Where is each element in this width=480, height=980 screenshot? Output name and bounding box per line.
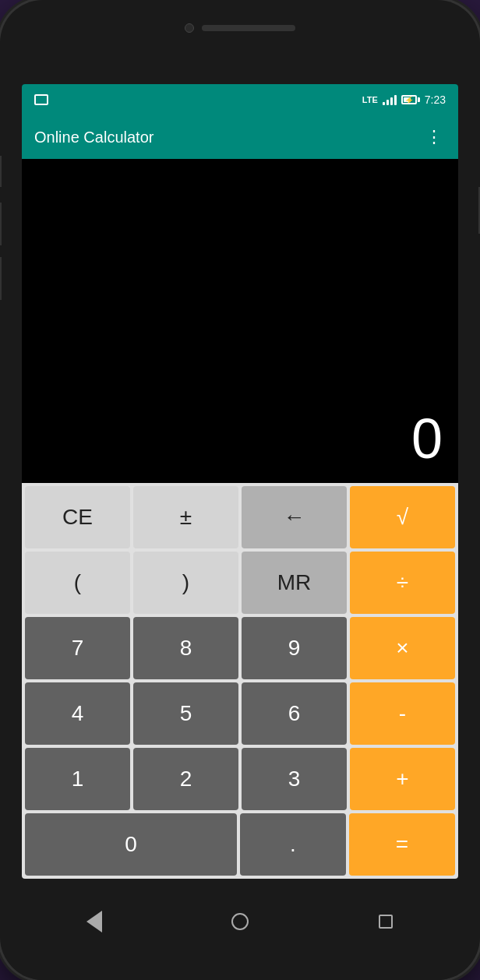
button-row-1: CE ± ← √ — [25, 486, 455, 548]
divide-button[interactable]: ÷ — [350, 552, 455, 614]
button-row-2: ( ) MR ÷ — [25, 552, 455, 614]
display-area: 0 — [22, 159, 458, 483]
subtract-button[interactable]: - — [350, 682, 455, 745]
add-button[interactable]: + — [350, 748, 455, 810]
clock: 7:23 — [425, 93, 446, 106]
multiply-button[interactable]: × — [350, 617, 455, 679]
two-button[interactable]: 2 — [133, 748, 238, 810]
button-row-5: 1 2 3 + — [25, 748, 455, 810]
seven-button[interactable]: 7 — [25, 617, 130, 679]
menu-button[interactable]: ⋮ — [422, 124, 446, 150]
one-button[interactable]: 1 — [25, 748, 130, 810]
phone-screen: LTE ⚡ 7:23 Online Calcula — [22, 84, 458, 879]
button-row-6: 0 . = — [25, 813, 455, 876]
three-button[interactable]: 3 — [242, 748, 347, 810]
nine-button[interactable]: 9 — [242, 617, 347, 679]
ce-button[interactable]: CE — [25, 486, 130, 548]
camera-button[interactable] — [0, 257, 2, 300]
six-button[interactable]: 6 — [242, 682, 347, 745]
home-icon — [231, 913, 249, 930]
buttons-area: CE ± ← √ ( ) MR ÷ 7 8 9 × 4 5 — [22, 483, 458, 879]
display-value: 0 — [411, 407, 443, 471]
sqrt-button[interactable]: √ — [350, 486, 455, 548]
equals-button[interactable]: = — [349, 813, 455, 876]
home-button[interactable] — [224, 906, 256, 937]
phone-frame: LTE ⚡ 7:23 Online Calcula — [0, 0, 480, 980]
recents-icon — [379, 915, 393, 929]
plus-minus-button[interactable]: ± — [133, 486, 238, 548]
signal-icon — [383, 94, 397, 105]
sim-icon — [34, 94, 48, 105]
phone-top — [185, 23, 295, 33]
back-button[interactable] — [79, 906, 110, 937]
decimal-button[interactable]: . — [240, 813, 346, 876]
eight-button[interactable]: 8 — [133, 617, 238, 679]
app-title: Online Calculator — [34, 129, 154, 146]
app-toolbar: Online Calculator ⋮ — [22, 115, 458, 159]
button-row-4: 4 5 6 - — [25, 682, 455, 745]
backspace-button[interactable]: ← — [242, 486, 347, 548]
five-button[interactable]: 5 — [133, 682, 238, 745]
recents-button[interactable] — [370, 906, 401, 937]
battery-icon: ⚡ — [401, 95, 420, 104]
open-paren-button[interactable]: ( — [25, 552, 130, 614]
zero-button[interactable]: 0 — [25, 813, 237, 876]
volume-down-button[interactable] — [0, 203, 2, 245]
four-button[interactable]: 4 — [25, 682, 130, 745]
back-icon — [86, 911, 102, 932]
close-paren-button[interactable]: ) — [133, 552, 238, 614]
nav-bar — [22, 879, 458, 980]
front-camera — [185, 23, 194, 33]
volume-up-button[interactable] — [0, 156, 2, 187]
lte-indicator: LTE — [362, 95, 378, 104]
status-bar: LTE ⚡ 7:23 — [22, 84, 458, 115]
status-right: LTE ⚡ 7:23 — [362, 93, 446, 106]
mr-button[interactable]: MR — [242, 552, 347, 614]
button-row-3: 7 8 9 × — [25, 617, 455, 679]
status-left — [34, 94, 48, 105]
speaker-grille — [202, 25, 295, 31]
